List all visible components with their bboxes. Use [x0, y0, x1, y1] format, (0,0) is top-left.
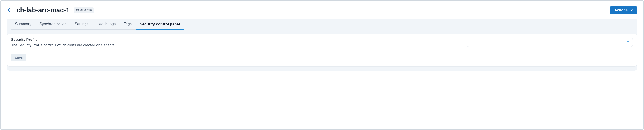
- security-panel: Security Profile The Security Profile co…: [7, 34, 637, 67]
- caret-down-icon: [626, 40, 630, 44]
- actions-button[interactable]: Actions: [610, 6, 637, 14]
- tab-health-logs[interactable]: Health logs: [92, 19, 120, 30]
- page-wrapper: ch-lab-arc-mac-1 08:07:39 Actions Summar…: [0, 1, 644, 129]
- tab-synchronization[interactable]: Synchronization: [36, 19, 71, 30]
- actions-label: Actions: [614, 8, 628, 12]
- chevron-left-icon: [7, 8, 12, 13]
- tab-settings[interactable]: Settings: [71, 19, 92, 30]
- tabs-bar: Summary Synchronization Settings Health …: [7, 19, 637, 30]
- timestamp-badge: 08:07:39: [74, 8, 94, 13]
- tabs-container: Summary Synchronization Settings Health …: [7, 19, 637, 71]
- back-button[interactable]: [7, 8, 12, 13]
- page-title: ch-lab-arc-mac-1: [16, 6, 70, 14]
- tab-security-control-panel[interactable]: Security control panel: [136, 19, 184, 30]
- profile-title: Security Profile: [11, 38, 115, 42]
- tab-summary[interactable]: Summary: [11, 19, 36, 30]
- profile-desc: The Security Profile controls which aler…: [11, 43, 115, 48]
- tab-tags[interactable]: Tags: [120, 19, 136, 30]
- profile-row: Security Profile The Security Profile co…: [11, 38, 633, 48]
- header-row: ch-lab-arc-mac-1 08:07:39 Actions: [7, 6, 637, 14]
- clock-icon: [76, 9, 79, 12]
- timestamp-text: 08:07:39: [80, 9, 92, 12]
- chevron-down-icon: [630, 8, 634, 12]
- profile-text: Security Profile The Security Profile co…: [11, 38, 115, 48]
- security-profile-select[interactable]: [467, 38, 633, 47]
- header-left: ch-lab-arc-mac-1 08:07:39: [7, 6, 94, 14]
- save-button[interactable]: Save: [11, 54, 26, 61]
